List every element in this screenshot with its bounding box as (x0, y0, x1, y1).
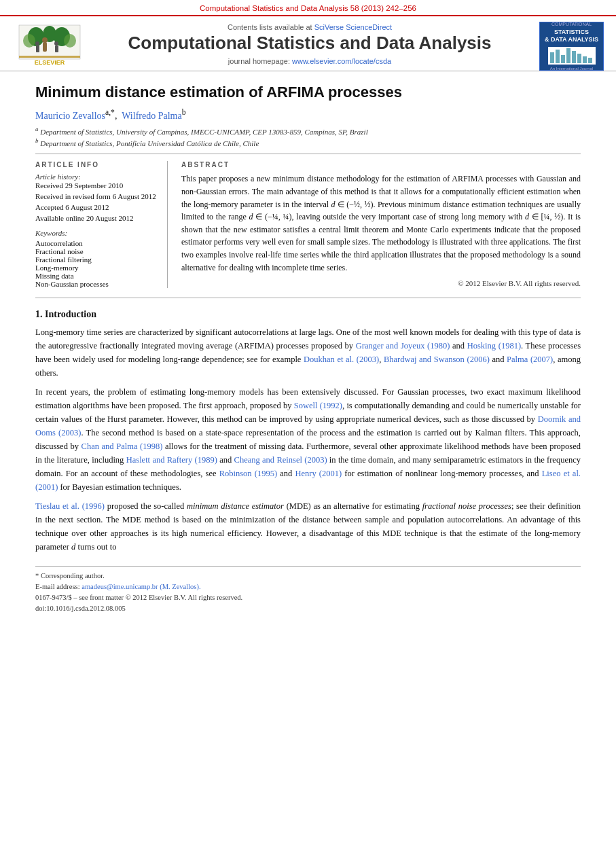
link-cheang[interactable]: Cheang and Reinsel (2003) (234, 455, 327, 465)
intro-paragraph-2: In recent years, the problem of estimati… (35, 385, 581, 494)
journal-main-title: Computational Statistics and Data Analys… (87, 33, 532, 54)
footnote-corresponding: * Corresponding author. (35, 571, 581, 581)
intro-paragraph-1: Long-memory time series are characterize… (35, 325, 581, 380)
link-henry[interactable]: Henry (2001) (295, 469, 342, 478)
revised-date: Received in revised form 6 August 2012 (35, 192, 159, 200)
svg-point-11 (54, 41, 58, 46)
svg-rect-6 (43, 42, 47, 52)
homepage-link[interactable]: www.elsevier.com/locate/csda (292, 57, 391, 65)
journal-homepage: journal homepage: www.elsevier.com/locat… (87, 57, 532, 65)
link-bhardwaj[interactable]: Bhardwaj and Swanson (2006) (384, 355, 490, 364)
received-date: Received 29 September 2010 (35, 181, 159, 190)
svg-rect-21 (588, 58, 592, 63)
article-content: Minimum distance estimation of ARFIMA pr… (0, 71, 616, 626)
intro-paragraph-3: Tieslau et al. (1996) proposed the so-ca… (35, 499, 581, 554)
link-doornik[interactable]: Doornik and Ooms (2003) (35, 414, 581, 437)
svg-rect-12 (19, 56, 80, 58)
svg-rect-8 (36, 46, 39, 52)
abstract-text: This paper proposes a new minimum distan… (181, 173, 581, 274)
svg-rect-10 (55, 46, 58, 52)
link-robinson[interactable]: Robinson (1995) (219, 469, 277, 478)
svg-rect-14 (550, 52, 554, 63)
svg-rect-16 (561, 55, 565, 63)
link-palma[interactable]: Palma (2007) (507, 355, 553, 364)
article-info-abstract-section: Article Info Article history: Received 2… (35, 161, 581, 288)
copyright-line: © 2012 Elsevier B.V. All rights reserved… (181, 279, 581, 287)
svg-rect-19 (577, 54, 581, 63)
svg-rect-20 (583, 56, 587, 63)
author-palma[interactable]: Wilfredo Palma (122, 111, 181, 121)
svg-text:ELSEVIER: ELSEVIER (35, 59, 65, 66)
page-wrapper: Computational Statistics and Data Analys… (0, 0, 616, 841)
article-title: Minimum distance estimation of ARFIMA pr… (35, 84, 581, 101)
authors-line: Mauricio Zevallosa,*, Wilfredo Palmab (35, 108, 581, 122)
available-date: Available online 20 August 2012 (35, 214, 159, 222)
contents-line: Contents lists available at SciVerse Sci… (87, 23, 532, 31)
sup-b: b (182, 108, 186, 117)
keyword-long-memory: Long-memory (35, 264, 159, 272)
abstract-column: Abstract This paper proposes a new minim… (181, 161, 581, 288)
elsevier-logo-svg: ELSEVIER (16, 22, 84, 71)
introduction-heading: 1. Introduction (35, 309, 581, 320)
svg-point-9 (35, 41, 39, 46)
affiliation-a: a Department of Statistics, University o… (35, 126, 581, 136)
svg-point-5 (64, 34, 76, 48)
link-chan-palma[interactable]: Chan and Palma (1998) (81, 442, 163, 451)
keyword-missing-data: Missing data (35, 272, 159, 280)
footnote-email: E-mail address: amadeus@ime.unicamp.br (… (35, 581, 581, 592)
journal-title-area: Contents lists available at SciVerse Sci… (87, 23, 532, 69)
svg-rect-18 (572, 51, 576, 63)
abstract-heading: Abstract (181, 161, 581, 168)
logo-title-text: STATISTICS& DATA ANALYSIS (545, 29, 598, 43)
svg-point-7 (42, 37, 48, 43)
sciverse-link[interactable]: SciVerse ScienceDirect (314, 23, 392, 31)
footnote-section: * Corresponding author. E-mail address: … (35, 566, 581, 613)
footnote-doi: doi:10.1016/j.csda.2012.08.005 (35, 603, 581, 614)
accepted-date: Accepted 6 August 2012 (35, 203, 159, 211)
csda-logo-box: COMPUTATIONAL STATISTICS& DATA ANALYSIS (539, 22, 604, 71)
top-bar: Computational Statistics and Data Analys… (0, 0, 616, 16)
keyword-non-gaussian: Non-Gaussian processes (35, 280, 159, 288)
link-granger-joyeux[interactable]: Granger and Joyeux (1980) (356, 341, 450, 351)
divider-after-affiliations (35, 154, 581, 154)
footnote-issn: 0167-9473/$ – see front matter © 2012 El… (35, 592, 581, 603)
divider-before-introduction (35, 298, 581, 298)
author-zevallos[interactable]: Mauricio Zevallos (35, 111, 105, 121)
link-haslett[interactable]: Haslett and Raftery (1989) (126, 455, 217, 465)
link-hosking[interactable]: Hosking (1981) (467, 341, 521, 351)
svg-rect-15 (556, 50, 560, 63)
svg-rect-17 (566, 48, 570, 63)
elsevier-logo-area: ELSEVIER (12, 22, 87, 71)
keyword-fractional-noise: Fractional noise (35, 247, 159, 255)
link-doukhan[interactable]: Doukhan et al. (2003) (304, 355, 379, 364)
link-tieslau[interactable]: Tieslau et al. (1996) (35, 501, 105, 511)
journal-header: ELSEVIER Contents lists available at Sci… (0, 16, 616, 71)
keyword-autocorrelation: Autocorrelation (35, 239, 159, 247)
journal-citation: Computational Statistics and Data Analys… (200, 4, 416, 12)
article-info-column: Article Info Article history: Received 2… (35, 161, 168, 288)
svg-point-4 (23, 34, 35, 48)
logo-top-text: COMPUTATIONAL (551, 22, 592, 27)
sup-a: a,* (105, 108, 115, 117)
article-info-heading: Article Info (35, 161, 159, 168)
logo-chart-svg (549, 47, 595, 65)
affiliation-b: b Department of Statistics, Pontificia U… (35, 137, 581, 147)
journal-logo-right: COMPUTATIONAL STATISTICS& DATA ANALYSIS (532, 22, 604, 71)
keyword-fractional-filtering: Fractional filtering (35, 255, 159, 264)
keywords-label: Keywords: (35, 229, 159, 237)
footnote-email-link[interactable]: amadeus@ime.unicamp.br (M. Zevallos). (81, 583, 200, 590)
history-label: Article history: (35, 173, 159, 181)
link-sowell[interactable]: Sowell (1992) (294, 401, 342, 410)
logo-bottom-text: An International Journal (550, 67, 593, 71)
